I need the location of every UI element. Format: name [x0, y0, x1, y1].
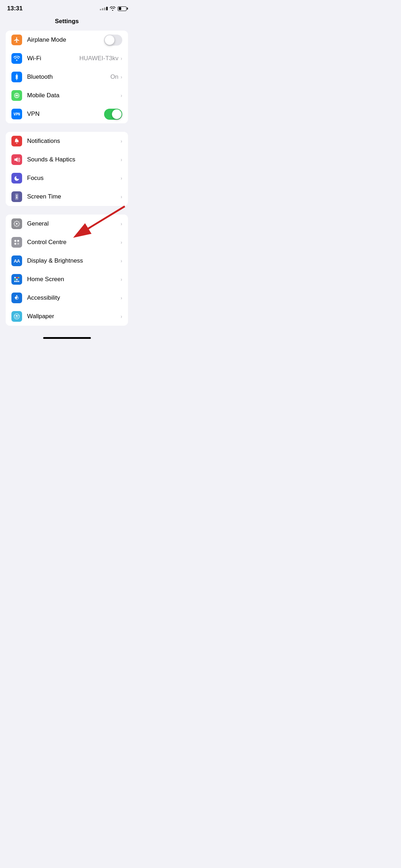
- bluetooth-label: Bluetooth: [27, 73, 110, 81]
- display-brightness-icon: AA: [11, 255, 22, 266]
- svg-rect-17: [16, 279, 18, 280]
- svg-rect-6: [16, 195, 17, 196]
- mobile-data-row[interactable]: Mobile Data ›: [6, 86, 128, 105]
- battery-icon: [118, 6, 127, 11]
- display-group: General › Control Centre › AA Display & …: [6, 215, 128, 326]
- bluetooth-icon: [11, 72, 22, 82]
- status-icons: [100, 6, 127, 11]
- svg-rect-21: [18, 281, 19, 282]
- general-icon: [11, 218, 22, 229]
- screen-time-icon: [11, 191, 22, 202]
- airplane-mode-row[interactable]: Airplane Mode: [6, 31, 128, 49]
- general-chevron: ›: [120, 221, 122, 227]
- mobile-data-label: Mobile Data: [27, 92, 120, 99]
- svg-rect-5: [16, 196, 17, 198]
- wifi-status-icon: [110, 6, 115, 11]
- control-centre-row[interactable]: Control Centre ›: [6, 233, 128, 252]
- wallpaper-chevron: ›: [120, 314, 122, 319]
- notifications-group: Notifications › Sounds & Haptics › Focus…: [6, 132, 128, 206]
- svg-rect-19: [14, 281, 16, 282]
- control-centre-chevron: ›: [120, 239, 122, 245]
- display-brightness-row[interactable]: AA Display & Brightness ›: [6, 252, 128, 270]
- bluetooth-chevron: ›: [120, 74, 122, 80]
- wallpaper-label: Wallpaper: [27, 313, 120, 320]
- focus-icon: [11, 173, 22, 184]
- svg-rect-10: [17, 240, 19, 242]
- vpn-toggle[interactable]: [104, 109, 122, 120]
- sounds-haptics-chevron: ›: [120, 157, 122, 162]
- home-screen-label: Home Screen: [27, 276, 120, 283]
- airplane-mode-label: Airplane Mode: [27, 36, 104, 43]
- focus-chevron: ›: [120, 175, 122, 181]
- svg-rect-14: [16, 277, 18, 278]
- notifications-label: Notifications: [27, 138, 120, 145]
- svg-rect-16: [14, 279, 16, 280]
- bluetooth-value: On: [110, 73, 119, 81]
- svg-rect-18: [18, 279, 19, 280]
- wallpaper-icon: [11, 311, 22, 322]
- screen-time-label: Screen Time: [27, 193, 120, 200]
- notifications-icon: [11, 136, 22, 146]
- focus-row[interactable]: Focus ›: [6, 169, 128, 187]
- airplane-mode-icon: [11, 35, 22, 45]
- notifications-row[interactable]: Notifications ›: [6, 132, 128, 150]
- accessibility-label: Accessibility: [27, 294, 120, 301]
- wifi-label: Wi-Fi: [27, 55, 79, 62]
- connectivity-group: Airplane Mode Wi-Fi HUAWEI-T3kv › Blueto…: [6, 31, 128, 123]
- mobile-data-icon: [11, 90, 22, 101]
- svg-rect-13: [14, 277, 16, 278]
- focus-label: Focus: [27, 175, 120, 182]
- general-label: General: [27, 220, 120, 227]
- svg-rect-15: [18, 277, 19, 278]
- page-title: Settings: [0, 15, 134, 31]
- home-screen-chevron: ›: [120, 277, 122, 282]
- vpn-icon: VPN: [11, 109, 22, 119]
- sounds-haptics-icon: [11, 154, 22, 165]
- home-screen-row[interactable]: Home Screen ›: [6, 270, 128, 289]
- wifi-value: HUAWEI-T3kv: [79, 55, 118, 62]
- signal-icon: [100, 7, 108, 10]
- wifi-row[interactable]: Wi-Fi HUAWEI-T3kv ›: [6, 49, 128, 68]
- general-row[interactable]: General ›: [6, 215, 128, 233]
- status-time: 13:31: [7, 5, 22, 12]
- home-bar: [43, 337, 91, 339]
- vpn-text-label: VPN: [14, 112, 20, 117]
- control-centre-label: Control Centre: [27, 239, 120, 246]
- notifications-chevron: ›: [120, 138, 122, 144]
- home-screen-icon: [11, 274, 22, 285]
- svg-marker-3: [14, 157, 17, 162]
- svg-point-2: [17, 138, 19, 140]
- status-bar: 13:31: [0, 0, 134, 15]
- svg-rect-9: [14, 240, 16, 242]
- bluetooth-row[interactable]: Bluetooth On ›: [6, 68, 128, 86]
- screen-time-row[interactable]: Screen Time ›: [6, 187, 128, 206]
- display-brightness-label: Display & Brightness: [27, 257, 120, 264]
- screen-time-chevron: ›: [120, 194, 122, 200]
- accessibility-icon: [11, 293, 22, 303]
- control-centre-icon: [11, 237, 22, 248]
- svg-rect-12: [17, 243, 19, 244]
- svg-rect-20: [16, 281, 18, 282]
- vpn-label: VPN: [27, 110, 104, 118]
- airplane-mode-toggle[interactable]: [104, 35, 122, 46]
- wifi-icon: [11, 53, 22, 64]
- home-indicator: [0, 334, 134, 340]
- accessibility-chevron: ›: [120, 295, 122, 301]
- svg-rect-11: [14, 243, 16, 244]
- display-brightness-chevron: ›: [120, 258, 122, 264]
- mobile-data-chevron: ›: [120, 93, 122, 98]
- vpn-row[interactable]: VPN VPN: [6, 105, 128, 123]
- wallpaper-row[interactable]: Wallpaper ›: [6, 307, 128, 326]
- sounds-haptics-row[interactable]: Sounds & Haptics ›: [6, 150, 128, 169]
- wifi-chevron: ›: [120, 56, 122, 61]
- accessibility-row[interactable]: Accessibility ›: [6, 289, 128, 307]
- sounds-haptics-label: Sounds & Haptics: [27, 156, 120, 163]
